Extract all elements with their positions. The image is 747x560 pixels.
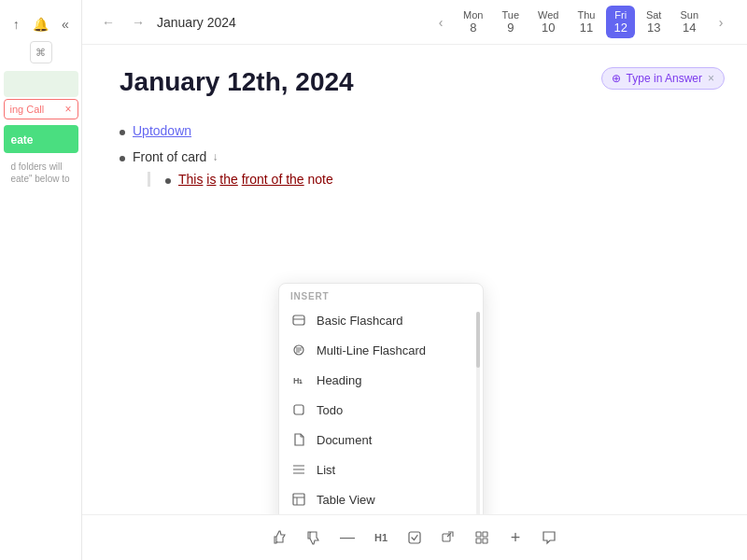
date-nav: ‹ Mon 8 Tue 9 Wed 10 Thu 11 Fri 12 <box>430 6 732 38</box>
card-note-text: This is the front of the note <box>178 172 333 187</box>
menu-item-basic-flashcard-label: Basic Flashcard <box>317 314 402 328</box>
arrow-up-icon[interactable]: ↑ <box>7 13 24 35</box>
date-mon[interactable]: Mon 8 <box>456 6 490 38</box>
menu-scrollbar-track <box>476 312 480 514</box>
sidebar: ↑ 🔔 « ⌘ ing Call × eate d folders will e… <box>0 0 82 560</box>
menu-item-basic-flashcard[interactable]: Basic Flashcard <box>279 305 483 335</box>
plus-button[interactable]: + <box>500 523 530 553</box>
heading-icon: H₁ <box>290 371 307 388</box>
table-icon <box>290 491 307 508</box>
todo-icon <box>290 401 307 418</box>
date-wed[interactable]: Wed 10 <box>530 6 566 38</box>
menu-item-heading-label: Heading <box>317 373 361 387</box>
bell-icon[interactable]: 🔔 <box>32 13 49 35</box>
menu-item-multiline-flashcard[interactable]: Multi-Line Flashcard <box>279 335 483 365</box>
uptodown-link[interactable]: Uptodown <box>133 123 191 138</box>
calling-close-icon[interactable]: × <box>64 103 71 116</box>
sidebar-note: d folders will eate" below to <box>4 157 78 189</box>
svg-rect-29 <box>483 532 487 537</box>
svg-rect-7 <box>294 405 303 414</box>
minus-button[interactable]: — <box>332 523 362 553</box>
svg-rect-0 <box>293 315 304 325</box>
menu-item-document-label: Document <box>317 433 372 447</box>
collapse-icon[interactable]: « <box>57 13 74 35</box>
main-area: ← → January 2024 ‹ Mon 8 Tue 9 Wed 10 Th… <box>82 0 747 560</box>
date-prev-button[interactable]: ‹ <box>430 11 452 34</box>
svg-rect-31 <box>483 539 487 543</box>
comment-button[interactable] <box>534 523 564 553</box>
type-answer-icon: ⊕ <box>612 72 621 85</box>
menu-item-table-label: Table View <box>317 493 375 507</box>
menu-item-heading[interactable]: H₁ Heading <box>279 365 483 395</box>
date-fri[interactable]: Fri 12 <box>606 6 634 38</box>
bottom-toolbar: — H1 + <box>82 514 747 560</box>
bullet-item-uptodown: Uptodown <box>120 123 710 138</box>
calling-tag[interactable]: ing Call × <box>4 99 78 119</box>
card-content-block: This is the front of the note <box>148 172 333 187</box>
card-note-item: This is the front of the note <box>165 172 333 187</box>
menu-item-todo[interactable]: Todo <box>279 395 483 425</box>
date-sun[interactable]: Sun 14 <box>672 6 706 38</box>
menu-scrollbar-thumb[interactable] <box>476 312 480 368</box>
calling-label: ing Call <box>10 104 45 115</box>
content-area: ⊕ Type in Answer × January 12th, 2024 Up… <box>82 45 747 514</box>
svg-rect-11 <box>293 494 304 505</box>
type-answer-badge[interactable]: ⊕ Type in Answer × <box>601 67 725 90</box>
h1-button[interactable]: H1 <box>366 523 396 553</box>
svg-rect-30 <box>476 539 481 543</box>
menu-scroll-area: INSERT Basic Flashcard Multi-Line Flashc… <box>279 284 483 514</box>
sidebar-section-bar <box>4 71 78 97</box>
list-icon <box>290 461 307 478</box>
forward-button[interactable]: → <box>127 11 149 34</box>
menu-section-insert: INSERT <box>279 284 483 305</box>
menu-item-list-label: List <box>317 463 335 477</box>
card-bullet-dot <box>165 178 171 184</box>
back-button[interactable]: ← <box>97 11 120 34</box>
svg-rect-28 <box>476 532 481 537</box>
type-answer-label: Type in Answer <box>627 72 702 85</box>
link-button[interactable] <box>433 523 463 553</box>
multiline-icon <box>290 342 307 358</box>
menu-item-list[interactable]: List <box>279 455 483 484</box>
insert-menu: INSERT Basic Flashcard Multi-Line Flashc… <box>278 283 484 514</box>
sidebar-top-icons: ↑ 🔔 « <box>0 7 81 41</box>
top-nav: ← → January 2024 ‹ Mon 8 Tue 9 Wed 10 Th… <box>82 0 747 45</box>
front-card-label: Front of card <box>133 149 206 164</box>
bullet-item-front-card: Front of card ↓ This is the fro <box>120 149 710 198</box>
flashcard-icon <box>290 312 307 329</box>
thumbs-down-button[interactable] <box>299 523 329 553</box>
menu-item-multiline-label: Multi-Line Flashcard <box>317 343 426 357</box>
bullet-dot <box>120 130 125 135</box>
checkbox-button[interactable] <box>400 523 430 553</box>
menu-item-todo-label: Todo <box>317 403 343 417</box>
date-thu[interactable]: Thu 11 <box>570 6 602 38</box>
svg-rect-26 <box>409 532 420 543</box>
date-sat[interactable]: Sat 13 <box>639 6 669 38</box>
nav-title: January 2024 <box>157 15 236 30</box>
cmd-icon[interactable]: ⌘ <box>30 41 52 63</box>
menu-item-table-view[interactable]: Table View <box>279 484 483 514</box>
type-answer-close[interactable]: × <box>708 72 714 85</box>
create-button[interactable]: eate <box>4 125 78 153</box>
svg-text:H₁: H₁ <box>293 376 303 385</box>
thumbs-up-button[interactable] <box>265 523 295 553</box>
document-icon <box>290 431 307 448</box>
front-card-row: Front of card ↓ <box>133 149 333 164</box>
grid-button[interactable] <box>467 523 497 553</box>
menu-item-document[interactable]: Document <box>279 425 483 455</box>
front-card-arrow-icon: ↓ <box>212 150 218 163</box>
date-tue[interactable]: Tue 9 <box>495 6 528 38</box>
date-next-button[interactable]: › <box>710 11 732 34</box>
bullet-dot-2 <box>120 156 125 161</box>
